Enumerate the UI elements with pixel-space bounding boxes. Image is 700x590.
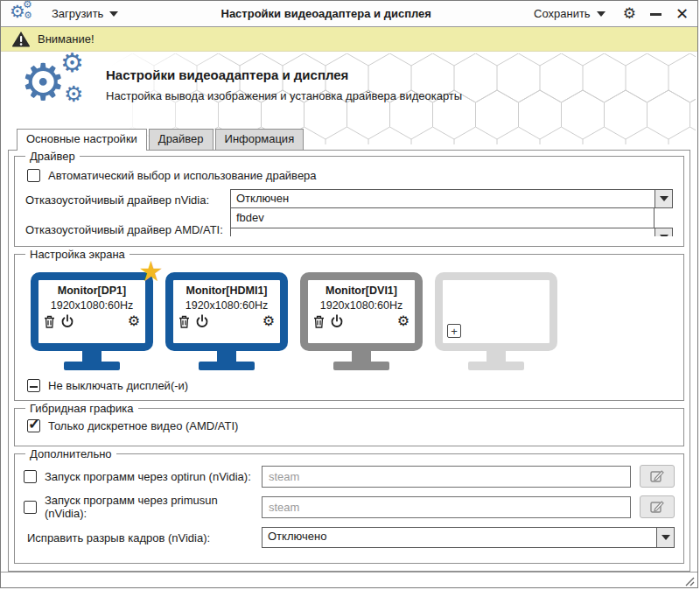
title-bar: ⚙ ⚙ ⚙ Загрузить Настройки видеоадаптера … <box>1 1 697 27</box>
chevron-down-icon <box>662 535 670 540</box>
status-bar <box>1 572 697 588</box>
load-menu-label: Загрузить <box>52 7 103 20</box>
chevron-down-icon <box>109 11 118 17</box>
power-icon[interactable] <box>330 314 344 328</box>
group-extra: Дополнительно Запуск программ через opti… <box>14 453 684 564</box>
group-hybrid-graphics: Гибридная графика Только дискретное виде… <box>14 408 684 446</box>
app-window: ⚙ ⚙ ⚙ Загрузить Настройки видеоадаптера … <box>0 0 698 588</box>
tab-main-settings[interactable]: Основные настройки <box>17 129 147 151</box>
tearing-row: Исправить разрыв кадров (nVidia): Отключ… <box>24 526 675 549</box>
discrete-only-label: Только дискретное видео (AMD/ATI) <box>48 419 238 432</box>
chevron-down-icon <box>660 235 668 236</box>
keep-display-on-label: Не выключать дисплей(-и) <box>48 379 188 392</box>
save-menu-label: Сохранить <box>534 7 591 20</box>
monitor-card-dp1[interactable]: ★ Monitor[DP1] 1920x1080:60Hz <box>31 272 153 370</box>
page-header: ⚙ ⚙ ⚙ Настройки видеоадаптера и дисплея … <box>1 52 697 129</box>
gear-icon[interactable]: ⚙ <box>262 314 275 328</box>
pencil-icon <box>650 469 665 483</box>
auto-driver-checkbox[interactable] <box>27 169 40 182</box>
monitor-mode: 1920x1080:60Hz <box>42 299 142 312</box>
primary-star-icon: ★ <box>138 257 164 285</box>
monitor-mode: 1920x1080:60Hz <box>177 299 276 312</box>
gear-icon[interactable]: ⚙ <box>397 314 410 328</box>
page-title: Настройки видеоадаптера и дисплея <box>106 67 462 82</box>
tearing-value: Отключено <box>262 528 656 547</box>
nvidia-failsafe-value: Отключен <box>231 190 654 207</box>
minimize-button[interactable] <box>650 13 662 16</box>
primusun-label: Запуск программ через primusun (nVidia): <box>45 494 262 520</box>
group-hybrid-title: Гибридная графика <box>25 402 138 415</box>
monitor-name: Monitor[DVI1] <box>312 284 411 297</box>
optirun-edit-button[interactable] <box>640 465 675 488</box>
nvidia-failsafe-label: Отказоустойчивый драйвер nVidia: <box>25 193 209 207</box>
tab-driver[interactable]: Драйвер <box>149 129 214 150</box>
warning-banner: Внимание! <box>1 27 697 52</box>
optirun-input[interactable] <box>262 466 631 488</box>
page-subtitle: Настройка вывода изображения и установка… <box>106 89 462 102</box>
monitor-mode: 1920x1080:60Hz <box>312 299 411 312</box>
monitor-card-add[interactable]: + <box>435 272 557 370</box>
tearing-label: Исправить разрыв кадров (nVidia): <box>27 531 210 544</box>
nvidia-failsafe-combobox[interactable]: Отключен <box>230 189 673 208</box>
amd-failsafe-combobox[interactable] <box>230 228 673 236</box>
save-menu-button[interactable]: Сохранить <box>530 5 609 22</box>
power-icon[interactable] <box>195 314 209 328</box>
tab-panel: Драйвер Автоматический выбор и использов… <box>8 150 690 572</box>
optirun-checkbox[interactable] <box>24 470 37 483</box>
close-button[interactable]: ✕ <box>676 6 689 22</box>
settings-gear-icon[interactable]: ⚙ <box>623 6 636 21</box>
trash-icon[interactable] <box>313 315 325 328</box>
optirun-row: Запуск программ через optirun (nVidia): <box>24 465 675 488</box>
primusun-input[interactable] <box>262 496 631 518</box>
combobox-dropdown-button[interactable] <box>654 190 672 207</box>
group-screen-title: Настройка экрана <box>25 248 130 261</box>
power-icon[interactable] <box>60 314 74 328</box>
keep-display-on-checkbox[interactable] <box>27 379 40 392</box>
auto-driver-label: Автоматический выбор и использование дра… <box>48 169 317 182</box>
tab-info[interactable]: Информация <box>215 129 304 150</box>
chevron-down-icon <box>597 11 606 17</box>
combobox-dropdown-button[interactable] <box>656 528 674 547</box>
group-driver: Драйвер Автоматический выбор и использов… <box>14 156 684 247</box>
nvidia-failsafe-dropdown-list: fbdev <box>230 207 654 228</box>
monitor-card-dvi1[interactable]: Monitor[DVI1] 1920x1080:60Hz ⚙ <box>300 272 423 370</box>
load-menu-button[interactable]: Загрузить <box>48 5 122 22</box>
app-gears-icon: ⚙ ⚙ ⚙ <box>10 4 36 25</box>
pencil-icon <box>650 500 665 514</box>
amd-failsafe-label: Отказоустойчивый драйвер AMD/ATI: <box>25 223 223 236</box>
monitor-card-hdmi1[interactable]: Monitor[HDMI1] 1920x1080:60Hz ⚙ <box>165 272 288 370</box>
primusun-checkbox[interactable] <box>24 501 37 514</box>
discrete-only-checkbox[interactable] <box>27 419 40 432</box>
combobox-dropdown-button[interactable] <box>654 228 672 236</box>
header-gears-icon: ⚙ ⚙ ⚙ <box>20 60 99 122</box>
primusun-row: Запуск программ через primusun (nVidia): <box>24 495 675 518</box>
optirun-label: Запуск программ через optirun (nVidia): <box>45 470 251 483</box>
monitor-name: Monitor[DP1] <box>42 284 142 297</box>
group-extra-title: Дополнительно <box>25 447 116 460</box>
monitor-name: Monitor[HDMI1] <box>177 284 276 297</box>
group-screen-setup: Настройка экрана ★ Monitor[DP1] 1920x108… <box>14 254 684 401</box>
trash-icon[interactable] <box>44 315 55 328</box>
primusun-edit-button[interactable] <box>640 495 675 518</box>
dropdown-option-fbdev[interactable]: fbdev <box>231 208 654 227</box>
warning-text: Внимание! <box>38 32 94 46</box>
tab-bar: Основные настройки Драйвер Информация <box>1 129 697 150</box>
chevron-down-icon <box>660 196 668 201</box>
trash-icon[interactable] <box>178 315 190 328</box>
plus-icon[interactable]: + <box>447 324 461 338</box>
window-title: Настройки видеоадаптера и дисплея <box>122 7 530 20</box>
monitor-list: ★ Monitor[DP1] 1920x1080:60Hz <box>24 262 675 370</box>
group-driver-title: Драйвер <box>25 150 80 163</box>
resize-grip[interactable] <box>682 574 695 586</box>
tearing-combobox[interactable]: Отключено <box>262 527 675 548</box>
warning-triangle-icon <box>11 31 31 47</box>
gear-icon[interactable]: ⚙ <box>128 314 140 328</box>
